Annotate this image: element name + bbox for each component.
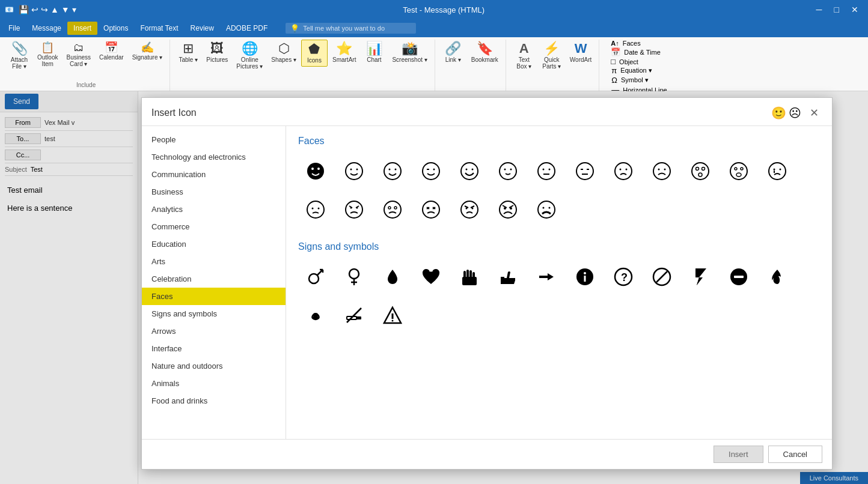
svg-point-66 bbox=[349, 269, 359, 279]
sidebar-item-business[interactable]: Business bbox=[142, 183, 286, 201]
icon-thumbsup[interactable] bbox=[491, 259, 525, 294]
icon-no-entry[interactable] bbox=[721, 259, 756, 294]
bookmark-btn[interactable]: 🔖 Bookmark bbox=[468, 40, 502, 65]
more-icon[interactable]: ▾ bbox=[72, 5, 76, 14]
menu-adobe-pdf[interactable]: ADOBE PDF bbox=[220, 22, 274, 35]
icon-rage[interactable] bbox=[491, 192, 525, 227]
icon-male[interactable] bbox=[298, 259, 333, 294]
icon-info[interactable] bbox=[567, 259, 602, 294]
close-btn[interactable]: ✕ bbox=[846, 4, 863, 16]
icon-crying[interactable] bbox=[760, 154, 795, 189]
icon-grinning[interactable] bbox=[298, 154, 333, 189]
icon-radiation[interactable] bbox=[298, 298, 333, 333]
icon-no-smoking[interactable] bbox=[337, 298, 371, 333]
sidebar-item-education[interactable]: Education bbox=[142, 235, 286, 253]
icon-no[interactable] bbox=[644, 259, 679, 294]
svg-point-9 bbox=[423, 163, 439, 180]
insert-button[interactable]: Insert bbox=[714, 446, 763, 463]
menu-review[interactable]: Review bbox=[185, 22, 220, 35]
menu-insert[interactable]: Insert bbox=[67, 22, 97, 35]
sidebar-item-people[interactable]: People bbox=[142, 131, 286, 148]
tell-me-bar[interactable]: 💡 bbox=[286, 23, 416, 34]
sidebar-item-arts[interactable]: Arts bbox=[142, 253, 286, 270]
icon-angry[interactable] bbox=[452, 192, 487, 227]
wordart-btn[interactable]: W WordArt bbox=[566, 40, 596, 65]
icon-droplet[interactable] bbox=[375, 259, 410, 294]
cancel-button[interactable]: Cancel bbox=[768, 446, 822, 463]
sidebar-item-interface[interactable]: Interface bbox=[142, 340, 286, 357]
sidebar-item-communication[interactable]: Communication bbox=[142, 166, 286, 183]
icon-female[interactable] bbox=[337, 259, 371, 294]
save-icon[interactable]: 💾 bbox=[19, 5, 29, 14]
icon-confounded[interactable] bbox=[414, 192, 448, 227]
sidebar-item-tech[interactable]: Technology and electronics bbox=[142, 148, 286, 166]
sidebar-item-analytics[interactable]: Analytics bbox=[142, 201, 286, 218]
icon-grin[interactable] bbox=[375, 154, 410, 189]
sidebar-item-commerce[interactable]: Commerce bbox=[142, 218, 286, 235]
icons-btn[interactable]: ⬟ Icons bbox=[301, 40, 328, 67]
icon-fire[interactable] bbox=[760, 259, 795, 294]
outlook-item-btn[interactable]: 📋 OutlookItem bbox=[34, 40, 61, 70]
icon-lightning[interactable] bbox=[683, 259, 718, 294]
sidebar-item-celebration[interactable]: Celebration bbox=[142, 270, 286, 288]
window-controls[interactable]: ─ □ ✕ bbox=[811, 4, 863, 16]
icon-persevering[interactable] bbox=[337, 192, 371, 227]
icon-heart[interactable] bbox=[414, 259, 448, 294]
sidebar-item-food[interactable]: Food and drinks bbox=[142, 392, 286, 410]
business-card-btn[interactable]: 🗂 BusinessCard ▾ bbox=[63, 40, 94, 70]
sidebar-item-animals[interactable]: Animals bbox=[142, 375, 286, 392]
attach-file-btn[interactable]: 📎 AttachFile ▾ bbox=[6, 40, 32, 72]
icon-slight-smile[interactable] bbox=[491, 154, 525, 189]
icon-question[interactable]: ? bbox=[606, 259, 641, 294]
icon-pensive[interactable] bbox=[298, 192, 333, 227]
icon-astonished[interactable] bbox=[683, 154, 718, 189]
menu-options[interactable]: Options bbox=[97, 22, 134, 35]
icon-pouting[interactable] bbox=[529, 192, 564, 227]
sidebar-item-arrows[interactable]: Arrows bbox=[142, 322, 286, 340]
online-pictures-btn[interactable]: 🌐 OnlinePictures ▾ bbox=[233, 40, 266, 72]
dialog-title: Insert Icon bbox=[151, 107, 197, 118]
date-time-label: Date & Time bbox=[624, 49, 661, 56]
menu-file[interactable]: File bbox=[2, 22, 26, 35]
ribbon-misc-col2: π Equation ▾ Ω Symbol ▾ — Horizontal Lin… bbox=[611, 66, 667, 94]
quickparts-btn[interactable]: ⚡ QuickParts ▾ bbox=[539, 40, 565, 72]
calendar-btn[interactable]: 📅 Calendar bbox=[96, 40, 127, 63]
icon-hushed[interactable] bbox=[721, 154, 756, 189]
icon-point-right[interactable] bbox=[529, 259, 564, 294]
svg-point-2 bbox=[317, 168, 320, 170]
svg-point-4 bbox=[350, 169, 352, 171]
sidebar-item-nature[interactable]: Nature and outdoors bbox=[142, 357, 286, 375]
dialog-close-btn[interactable]: ✕ bbox=[806, 105, 822, 121]
link-btn[interactable]: 🔗 Link ▾ bbox=[440, 40, 466, 65]
icon-hand[interactable] bbox=[452, 259, 487, 294]
tell-me-input[interactable] bbox=[303, 25, 411, 32]
menu-message[interactable]: Message bbox=[26, 22, 67, 35]
smartart-btn[interactable]: ⭐ SmartArt bbox=[329, 40, 359, 65]
icon-disappointed[interactable] bbox=[644, 154, 679, 189]
icon-wink[interactable] bbox=[414, 154, 448, 189]
icon-worried[interactable] bbox=[606, 154, 641, 189]
pictures-btn[interactable]: 🖼 Pictures bbox=[203, 40, 231, 65]
down-arrow-icon[interactable]: ▼ bbox=[61, 5, 70, 14]
chart-btn[interactable]: 📊 Chart bbox=[361, 40, 387, 65]
icon-expressionless[interactable] bbox=[567, 154, 602, 189]
menu-format-text[interactable]: Format Text bbox=[134, 22, 184, 35]
icon-warning[interactable] bbox=[375, 298, 410, 333]
up-arrow-icon[interactable]: ▲ bbox=[50, 5, 59, 14]
redo-icon[interactable]: ↪ bbox=[41, 5, 48, 14]
icon-happy[interactable] bbox=[452, 154, 487, 189]
icon-neutral[interactable] bbox=[529, 154, 564, 189]
undo-icon[interactable]: ↩ bbox=[31, 5, 38, 14]
dialog-body: People Technology and electronics Commun… bbox=[142, 126, 832, 439]
restore-btn[interactable]: □ bbox=[830, 4, 844, 16]
sidebar-item-faces[interactable]: Faces bbox=[142, 288, 286, 305]
table-btn[interactable]: ⊞ Table ▾ bbox=[175, 40, 201, 65]
textbox-btn[interactable]: A TextBox ▾ bbox=[511, 40, 537, 72]
screenshot-btn[interactable]: 📸 Screenshot ▾ bbox=[388, 40, 430, 65]
signature-btn[interactable]: ✍ Signature ▾ bbox=[129, 40, 167, 63]
shapes-btn[interactable]: ⬡ Shapes ▾ bbox=[267, 40, 300, 65]
icon-anguished[interactable] bbox=[375, 192, 410, 227]
icon-smile[interactable] bbox=[337, 154, 371, 189]
minimize-btn[interactable]: ─ bbox=[811, 4, 827, 16]
sidebar-item-signs[interactable]: Signs and symbols bbox=[142, 305, 286, 322]
